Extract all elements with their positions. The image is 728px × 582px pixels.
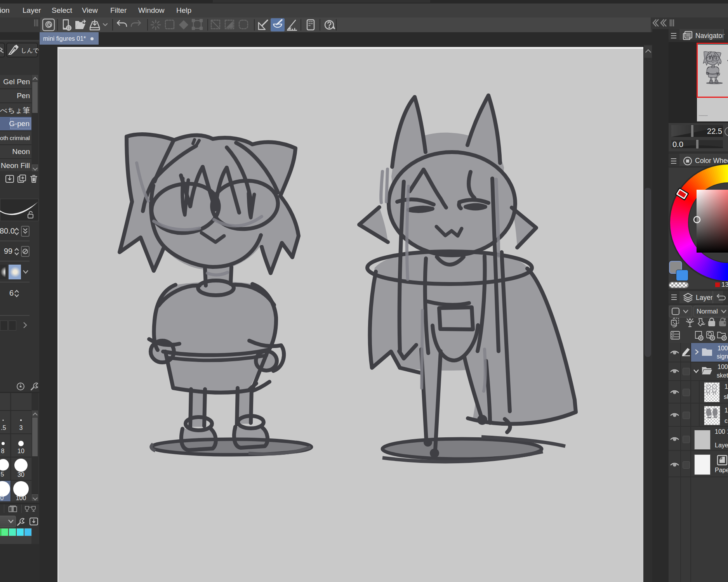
svg-text:#eneeenuee: #eneeenuee [698, 114, 708, 116]
svg-text:10: 10 [17, 448, 24, 454]
svg-text:0: 0 [0, 495, 4, 501]
svg-text:5: 5 [1, 471, 4, 478]
svg-text:3: 3 [19, 424, 23, 431]
svg-text:30: 30 [17, 471, 24, 478]
svg-text:8: 8 [1, 448, 5, 454]
svg-text:100: 100 [16, 495, 26, 501]
svg-text:.5: .5 [1, 424, 6, 431]
